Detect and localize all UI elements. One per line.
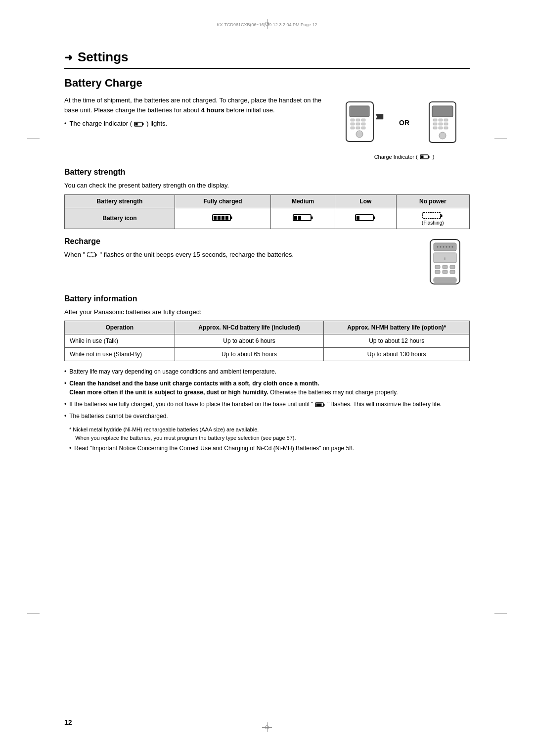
battery-full-icon	[212, 213, 233, 222]
svg-rect-67	[316, 403, 321, 406]
note-4: The batteries cannot be overcharged.	[64, 412, 470, 421]
note3-battery-icon	[315, 402, 326, 408]
svg-rect-12	[356, 127, 360, 129]
charge-indicator-label-icon	[420, 154, 431, 160]
battery-medium-icon	[293, 213, 313, 222]
svg-rect-45	[441, 214, 443, 217]
svg-rect-32	[230, 216, 232, 219]
battery-low-cell	[335, 208, 397, 229]
svg-rect-22	[439, 123, 443, 125]
svg-rect-46	[88, 253, 95, 257]
svg-point-53	[446, 246, 447, 247]
battery-full-cell	[175, 208, 270, 229]
info-nicd-talk: Up to about 6 hours	[175, 334, 324, 348]
svg-rect-61	[435, 270, 440, 274]
svg-rect-47	[95, 254, 97, 256]
left-side-mark-2	[27, 614, 40, 614]
battery-strength-table: Battery strength Fully charged Medium Lo…	[64, 194, 470, 229]
info-nicd-standby: Up to about 65 hours	[175, 348, 324, 361]
recharge-text: Recharge When " " flashes or the unit be…	[64, 237, 410, 286]
svg-rect-36	[225, 216, 228, 220]
svg-point-54	[449, 246, 450, 247]
crosshair-top	[262, 19, 272, 29]
battery-strength-description: You can check the present battery streng…	[64, 181, 470, 190]
svg-rect-13	[361, 127, 365, 129]
svg-rect-44	[423, 213, 441, 219]
svg-point-14	[356, 131, 363, 138]
svg-rect-62	[443, 270, 447, 274]
col-header-strength: Battery strength	[65, 194, 175, 208]
note-2: Clean the handset and the base unit char…	[64, 379, 470, 397]
right-side-mark-2	[494, 614, 507, 614]
note-1: Battery life may vary depending on usage…	[64, 367, 470, 376]
page-number: 12	[64, 718, 72, 726]
svg-rect-4	[350, 106, 369, 117]
svg-text:-i-: -i-	[443, 256, 446, 261]
battery-charge-text: At the time of shipment, the batteries a…	[64, 95, 324, 160]
battery-charge-title: Battery Charge	[64, 77, 470, 90]
charge-indicator-icon	[134, 121, 145, 127]
info-col-operation: Operation	[65, 321, 175, 334]
alt-phone-svg	[420, 97, 465, 149]
svg-point-51	[440, 246, 442, 247]
svg-rect-23	[444, 123, 448, 125]
svg-point-27	[439, 132, 446, 139]
info-row-talk: While in use (Talk) Up to about 6 hours …	[65, 334, 470, 348]
battery-information-title: Battery information	[64, 294, 470, 303]
svg-rect-1	[142, 123, 144, 125]
battery-nopower-cell: (Flashing)	[396, 208, 469, 229]
right-side-mark-1	[494, 139, 507, 139]
footnote-nimh: * Nickel metal hydride (Ni-MH) rechargea…	[69, 425, 470, 442]
info-nimh-talk: Up to about 12 hours	[324, 334, 470, 348]
battery-low-icon	[355, 213, 376, 222]
info-col-nicd: Approx. Ni-Cd battery life (included)	[175, 321, 324, 334]
svg-rect-34	[218, 216, 221, 220]
svg-rect-60	[450, 265, 455, 269]
handset-image: -i-	[420, 237, 470, 286]
recharge-battery-icon	[87, 252, 98, 258]
note-3: If the batteries are fully charged, you …	[64, 400, 470, 409]
col-header-low: Low	[335, 194, 397, 208]
svg-rect-64	[434, 278, 456, 283]
svg-rect-5	[351, 119, 355, 121]
charge-indicator-bullet: The charge indicator ( ) lights.	[64, 119, 324, 129]
battery-icon-row: Battery icon	[65, 208, 470, 229]
info-col-nimh: Approx. Ni-MH battery life (option)*	[324, 321, 470, 334]
svg-rect-21	[433, 123, 437, 125]
svg-rect-6	[356, 119, 360, 121]
recharge-section: Recharge When " " flashes or the unit be…	[64, 237, 470, 286]
notes-section: Battery life may vary depending on usage…	[64, 367, 470, 453]
settings-header: ➜ Settings	[64, 49, 470, 69]
svg-rect-42	[373, 216, 375, 219]
svg-rect-39	[294, 216, 297, 220]
handset-svg: -i-	[423, 237, 467, 286]
battery-icon-label: Battery icon	[65, 208, 175, 229]
svg-rect-29	[428, 156, 430, 158]
svg-rect-59	[443, 265, 447, 269]
svg-rect-17	[432, 106, 453, 117]
battery-information-section: Battery information After your Panasonic…	[64, 294, 470, 362]
col-header-medium: Medium	[271, 194, 335, 208]
svg-rect-58	[435, 265, 440, 269]
base-unit-svg	[344, 97, 388, 149]
svg-rect-18	[433, 119, 437, 121]
svg-rect-10	[361, 123, 365, 125]
svg-rect-25	[439, 127, 443, 129]
svg-rect-8	[351, 123, 355, 125]
battery-strength-title: Battery strength	[64, 168, 470, 177]
battery-charge-top: At the time of shipment, the batteries a…	[64, 95, 470, 160]
svg-point-50	[437, 246, 439, 247]
info-row-standby: While not in use (Stand-By) Up to about …	[65, 348, 470, 361]
recharge-description: When " " flashes or the unit beeps every…	[64, 250, 410, 260]
recharge-title: Recharge	[64, 237, 410, 246]
battery-nopower-icon	[422, 211, 443, 220]
svg-rect-35	[222, 216, 224, 220]
phone-images-row: OR	[339, 95, 470, 150]
main-content: ➜ Settings Battery Charge At the time of…	[64, 49, 470, 456]
svg-rect-24	[433, 127, 437, 129]
battery-info-table: Operation Approx. Ni-Cd battery life (in…	[64, 321, 470, 361]
battery-medium-cell	[271, 208, 335, 229]
phone-images-container: OR	[339, 95, 470, 160]
battery-information-description: After your Panasonic batteries are fully…	[64, 307, 470, 317]
info-nimh-standby: Up to about 130 hours	[324, 348, 470, 361]
